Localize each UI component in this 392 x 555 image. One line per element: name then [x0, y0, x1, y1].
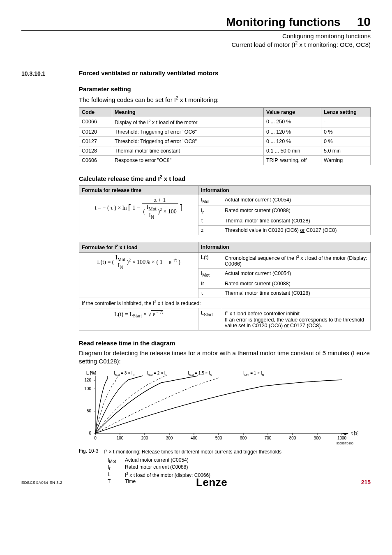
svg-text:800: 800: [289, 436, 296, 440]
release-time-formula: t = − ( τ ) × ln ⎡ 1 − z + 1 ( IMotIN )2…: [79, 195, 198, 235]
cell: Response to error "OC8": [112, 156, 264, 165]
svg-text:100: 100: [117, 436, 124, 440]
cell: 0 %: [321, 127, 371, 137]
cell: τ: [198, 216, 222, 226]
cell: Chronological sequence of the I2 x t loa…: [222, 252, 371, 268]
table-row: C0127 Threshold: Triggering of error "OC…: [79, 137, 371, 146]
t3-head-left: Formulae for I2 x t load: [79, 242, 198, 252]
legend-row: Ir Rated motor current (C0088): [108, 464, 371, 471]
inhibit-formula: L(t) = LStart × √ e − t⁄τ: [79, 308, 198, 330]
txt: × t-monitoring: Release times for differ…: [107, 449, 281, 455]
codes-table: Code Meaning Value range Lenze setting C…: [79, 107, 371, 165]
cell: Actual motor current (C0054): [222, 195, 371, 206]
cell: C0120: [79, 127, 112, 137]
cell: Thermal motor time constant (C0128): [222, 289, 371, 298]
header-sub2-prefix: Current load of motor (I: [232, 41, 295, 48]
cell: C0127: [79, 137, 112, 146]
sub: Start: [204, 312, 213, 317]
txt: Display of the I: [115, 120, 149, 125]
legend-sym: Ir: [108, 464, 119, 471]
svg-marker-34: [342, 432, 348, 435]
svg-text:120: 120: [84, 378, 91, 382]
parameter-setting-text: The following codes can be set for I2 x …: [79, 95, 371, 104]
txt: If the controller is inhibited, the I: [82, 301, 154, 306]
cell: 0 %: [321, 137, 371, 146]
header-line: Monitoring functions 10: [21, 15, 371, 31]
table-row: If the controller is inhibited, the I2 x…: [79, 298, 371, 308]
svg-text:100: 100: [84, 386, 91, 391]
section-heading-row: 10.3.10.1 Forced ventilated or naturally…: [21, 69, 371, 485]
sub: Mot: [202, 273, 209, 277]
header-sub2-suffix: x t monitoring: OC6, OC8): [297, 41, 371, 48]
release-time-chart: 0 50 100 120 0 100 200 300 400 500 600 7…: [79, 370, 371, 446]
cell: Warning: [321, 156, 371, 165]
page-footer: EDBCSXA064 EN 3.2 Lenze 215: [21, 476, 371, 489]
calc-head-suffix: x t load: [162, 175, 186, 182]
svg-text:900: 900: [314, 436, 321, 440]
col-code: Code: [79, 108, 112, 117]
txt: x t load of the motor: [151, 120, 198, 125]
header-sub2: Current load of motor (I2 x t monitoring…: [21, 40, 371, 48]
svg-text:300: 300: [166, 436, 173, 440]
figure-number: Fig. 10-3: [79, 448, 98, 455]
psetting-suffix: x t monitoring:: [178, 96, 219, 103]
txt: x t load: [118, 245, 137, 251]
svg-text:IMot = 3 × IN: IMot = 3 × IN: [114, 371, 135, 377]
cell: 0 ... 120 %: [264, 137, 321, 146]
sub: r: [109, 467, 110, 471]
cell: Display of the I2 x t load of the motor: [112, 117, 264, 127]
sub: r: [202, 210, 203, 214]
cell: TRIP, warning, off: [264, 156, 321, 165]
svg-text:IMot = 1.5 × IN: IMot = 1.5 × IN: [188, 371, 212, 377]
chart-svg: 0 50 100 120 0 100 200 300 400 500 600 7…: [79, 370, 358, 446]
cell: Ir: [198, 279, 222, 289]
i2t-load-formula: L(t) = ( IMotIN )2 × 100% × ( 1 − e−t⁄τ …: [79, 252, 198, 298]
header-title: Monitoring functions: [226, 16, 340, 29]
cell: Threshold: Triggering of error "OC6": [112, 127, 264, 137]
svg-text:200: 200: [141, 436, 148, 440]
legend-desc: Actual motor current (C0054): [125, 457, 189, 464]
sub: Mot: [202, 199, 209, 204]
cell: LStart: [198, 308, 222, 330]
txt: x t load before controller inhibit: [228, 311, 300, 317]
svg-text:0: 0: [94, 436, 97, 440]
chapter-number: 10: [357, 15, 371, 29]
calc-head: Calculate release time and I2 x t load: [79, 174, 371, 182]
page-number: 215: [361, 479, 371, 486]
cell: 0 ... 250 %: [264, 117, 321, 127]
t3-head-right: Information: [198, 242, 371, 252]
psetting-prefix: The following codes can be set for I: [79, 96, 176, 103]
svg-text:IMot = 2 × IN: IMot = 2 × IN: [147, 371, 168, 377]
legend-row: IMot Actual motor current (C0054): [108, 457, 371, 464]
col-range: Value range: [264, 108, 321, 117]
t2-head-right: Information: [198, 186, 371, 195]
col-lenze: Lenze setting: [321, 108, 371, 117]
svg-text:L [%]: L [%]: [86, 371, 96, 375]
svg-text:0: 0: [89, 431, 91, 435]
cell: L(t): [198, 252, 222, 268]
svg-text:1000: 1000: [337, 436, 347, 440]
cell: 0 ... 120 %: [264, 127, 321, 137]
cell: Rated motor current (C0088): [222, 279, 371, 289]
i2t-load-table: Formulae for I2 x t load Information L(t…: [79, 242, 371, 330]
cell: Rated motor current (C0088): [222, 206, 371, 216]
cell: Threshold value in C0120 (OC6) or C0127 …: [222, 226, 371, 235]
sub: Mot: [109, 459, 116, 464]
t2-head-left: Formula for release time: [79, 186, 198, 195]
col-meaning: Meaning: [112, 108, 264, 117]
lenze-logo: Lenze: [196, 476, 227, 489]
table-row: t = − ( τ ) × ln ⎡ 1 − z + 1 ( IMotIN )2…: [79, 195, 371, 206]
cell: C0066: [79, 117, 112, 127]
figure-text: I2 × t-monitoring: Release times for dif…: [104, 448, 281, 455]
cell: τ: [198, 289, 222, 298]
read-diagram-head: Read release time in the diagram: [79, 340, 371, 347]
cell: -: [321, 117, 371, 127]
cell: Thermal motor time constant (C0128): [222, 216, 371, 226]
sym: L: [201, 310, 204, 316]
cell: Ir: [198, 206, 222, 216]
inhibit-note: If the controller is inhibited, the I2 x…: [79, 298, 371, 308]
svg-text:t [s]: t [s]: [351, 431, 358, 435]
table-row: C0128 Thermal motor time constant 0.1 ..…: [79, 146, 371, 156]
header-title-group: Monitoring functions 10: [226, 15, 371, 29]
cell: I2 x t load before controller inhibit If…: [222, 308, 371, 330]
